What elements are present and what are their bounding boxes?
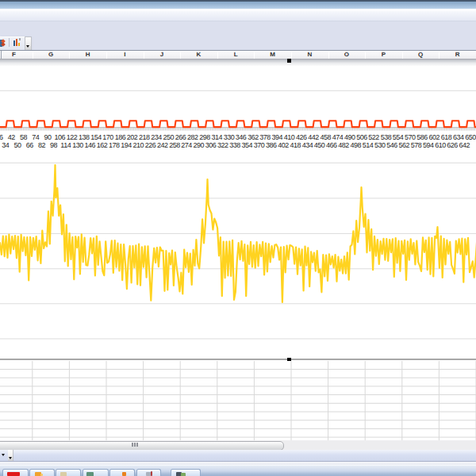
svg-text:522: 522: [368, 133, 379, 141]
svg-text:218: 218: [139, 133, 150, 141]
svg-text:194: 194: [121, 141, 132, 149]
svg-text:170: 170: [102, 133, 113, 141]
svg-text:562: 562: [398, 141, 409, 149]
svg-text:338: 338: [229, 141, 240, 149]
svg-text:354: 354: [241, 141, 252, 149]
svg-text:138: 138: [79, 133, 90, 141]
svg-text:450: 450: [314, 141, 325, 149]
svg-text:458: 458: [320, 133, 331, 141]
svg-text:474: 474: [332, 133, 344, 141]
svg-text:410: 410: [284, 133, 295, 141]
svg-text:34: 34: [2, 141, 10, 149]
svg-text:266: 266: [175, 133, 186, 141]
svg-text:602: 602: [429, 133, 440, 141]
svg-text:50: 50: [13, 141, 21, 149]
svg-text:162: 162: [97, 141, 108, 149]
svg-text:202: 202: [127, 133, 138, 141]
svg-text:122: 122: [67, 133, 78, 141]
svg-text:146: 146: [85, 141, 96, 149]
svg-text:426: 426: [296, 133, 307, 141]
svg-text:274: 274: [181, 141, 192, 149]
svg-text:370: 370: [254, 141, 265, 149]
svg-text:490: 490: [344, 133, 355, 141]
svg-text:442: 442: [308, 133, 319, 141]
svg-text:98: 98: [50, 141, 58, 149]
svg-text:314: 314: [211, 133, 222, 141]
svg-text:298: 298: [199, 133, 210, 141]
svg-text:226: 226: [145, 141, 156, 149]
svg-text:634: 634: [453, 133, 464, 141]
svg-text:498: 498: [351, 141, 362, 149]
svg-text:242: 242: [157, 141, 168, 149]
svg-text:378: 378: [259, 133, 271, 141]
svg-text:466: 466: [326, 141, 337, 149]
svg-text:322: 322: [217, 141, 228, 149]
svg-text:178: 178: [109, 141, 120, 149]
svg-text:642: 642: [459, 141, 470, 149]
svg-text:418: 418: [290, 141, 301, 149]
svg-text:346: 346: [236, 133, 247, 141]
svg-text:26: 26: [0, 133, 3, 141]
svg-text:290: 290: [194, 141, 205, 149]
svg-text:330: 330: [224, 133, 235, 141]
svg-text:130: 130: [72, 141, 83, 149]
svg-text:306: 306: [205, 141, 217, 149]
svg-text:74: 74: [32, 133, 40, 141]
svg-text:578: 578: [411, 141, 422, 149]
svg-text:250: 250: [163, 133, 175, 141]
svg-text:434: 434: [302, 141, 313, 149]
svg-text:594: 594: [423, 141, 434, 149]
svg-text:106: 106: [54, 133, 65, 141]
svg-text:650: 650: [465, 133, 476, 141]
svg-text:618: 618: [441, 133, 452, 141]
svg-text:626: 626: [447, 141, 458, 149]
svg-text:42: 42: [8, 133, 16, 141]
svg-text:66: 66: [26, 141, 34, 149]
svg-text:394: 394: [272, 133, 283, 141]
svg-text:386: 386: [266, 141, 277, 149]
svg-text:258: 258: [169, 141, 180, 149]
svg-text:586: 586: [416, 133, 428, 141]
svg-text:154: 154: [90, 133, 102, 141]
svg-text:570: 570: [405, 133, 416, 141]
svg-text:546: 546: [386, 141, 397, 149]
svg-text:58: 58: [20, 133, 28, 141]
svg-text:186: 186: [115, 133, 126, 141]
svg-text:210: 210: [132, 141, 144, 149]
svg-text:538: 538: [381, 133, 392, 141]
svg-text:82: 82: [38, 141, 46, 149]
svg-text:114: 114: [60, 141, 71, 149]
svg-text:514: 514: [363, 141, 374, 149]
svg-text:362: 362: [248, 133, 259, 141]
svg-text:506: 506: [356, 133, 367, 141]
svg-text:402: 402: [278, 141, 289, 149]
svg-text:482: 482: [338, 141, 349, 149]
svg-text:554: 554: [393, 133, 404, 141]
svg-text:610: 610: [435, 141, 446, 149]
svg-text:90: 90: [44, 133, 52, 141]
svg-text:234: 234: [151, 133, 162, 141]
svg-text:530: 530: [374, 141, 386, 149]
svg-text:282: 282: [187, 133, 198, 141]
